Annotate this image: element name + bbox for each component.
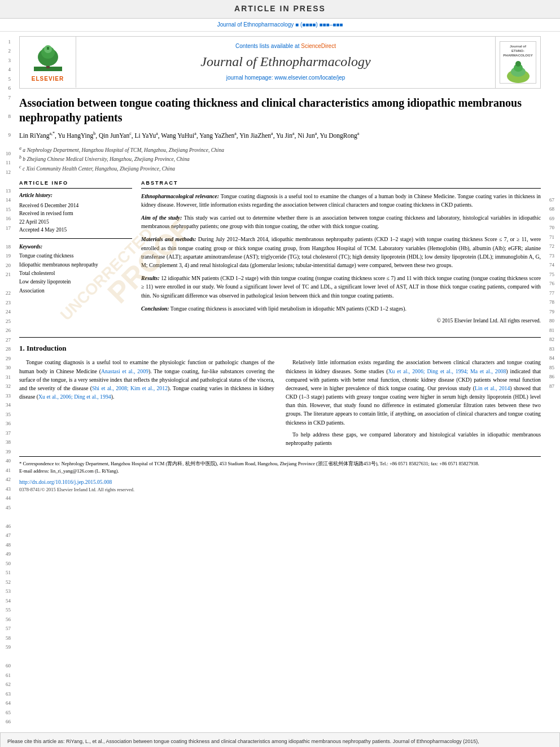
authors: Lin RiYanga,*, Yu HangYingb, Qin JunYanc… (19, 130, 541, 141)
line-numbers-left: 12345 67 8 9 101112 13141516 17 181920 2… (0, 32, 12, 727)
article-title: Association between tongue coating thick… (19, 95, 541, 125)
affiliation-b: b b Zhejiang Chinese Medical University,… (19, 154, 541, 163)
abstract-results: Results: 12 idiopathic MN patients (CKD … (141, 274, 541, 300)
abstract-conclusion: Conclusion: Tongue coating thickness is … (141, 304, 541, 313)
journal-header: ELSEVIER Contents lists available at Sci… (19, 36, 541, 89)
affiliation-c: c c Xixi Community Health Center, Hangzh… (19, 164, 541, 173)
keyword-5: Association (19, 287, 132, 295)
footnote-doi[interactable]: http://dx.doi.org/10.1016/j.jep.2015.05.… (19, 478, 541, 486)
keyword-2: Idiopathic membranous nephropathy (19, 261, 132, 269)
elsevier-tree-icon (31, 41, 65, 75)
abstract-column: ABSTRACT Ethnopharmacological relevance:… (141, 180, 541, 325)
abstract-materials: Materials and methods: During July 2012–… (141, 235, 541, 269)
journal-logo-right: Journal ofETHNO-PHARMACOLOGY (495, 37, 540, 88)
introduction-section: 1. Introduction Tongue coating diagnosis… (19, 343, 541, 451)
citation-bar: Please cite this article as: RiYang, L.,… (0, 732, 560, 747)
journal-center: Contents lists available at ScienceDirec… (76, 37, 495, 88)
footnote-issn: 0378-8741/© 2015 Elsevier Ireland Ltd. A… (19, 486, 541, 493)
journal-logo-box: Journal ofETHNO-PHARMACOLOGY (500, 41, 536, 84)
svg-point-9 (515, 61, 521, 67)
journal-ref-line: Journal of Ethnopharmacology ■ (■■■■) ■■… (0, 19, 560, 32)
article-in-press-banner: ARTICLE IN PRESS (0, 0, 560, 19)
svg-rect-5 (47, 47, 49, 50)
intro-para2: Relatively little information exists reg… (286, 358, 541, 426)
copyright: © 2015 Elsevier Ireland Ltd. All rights … (141, 317, 541, 325)
affiliation-a: a a Nephrology Department, Hangzhou Hosp… (19, 145, 541, 154)
journal-homepage: journal homepage: www.elsevier.com/locat… (82, 74, 489, 82)
main-divider (19, 337, 541, 338)
keyword-4: Low density lipoprotein (19, 278, 132, 286)
elsevier-text: ELSEVIER (32, 75, 64, 83)
article-info-column: ARTICLE INFO Article history: Received 6… (19, 180, 132, 325)
abstract-aim: Aim of the study: This study was carried… (141, 213, 541, 230)
keyword-1: Tongue coating thickness (19, 252, 132, 260)
line-numbers-right: 6768697071 7273747576 7778798081 8283848… (548, 32, 560, 727)
article-info-abstract: ARTICLE INFO Article history: Received 6… (19, 180, 541, 325)
intro-right-col: Relatively little information exists reg… (286, 358, 541, 451)
intro-para3: To help address these gaps, we compared … (286, 430, 541, 447)
intro-body: Tongue coating diagnosis is a useful too… (19, 358, 541, 451)
citation-text: Please cite this article as: RiYang, L.,… (7, 739, 479, 744)
journal-ref-text: Journal of Ethnopharmacology ■ (■■■■) ■■… (217, 21, 343, 28)
article-history-label: Article history: (19, 192, 132, 199)
intro-para1: Tongue coating diagnosis is a useful too… (19, 358, 274, 401)
keyword-3: Total cholesterol (19, 270, 132, 277)
elsevier-logo: ELSEVIER (20, 37, 76, 88)
footnote-area: * Correspondence to: Nephrology Departme… (19, 456, 541, 493)
footnote-email: E-mail address: lin_ri_yang@126.com (L. … (19, 468, 541, 475)
affiliations: a a Nephrology Department, Hangzhou Hosp… (19, 145, 541, 173)
intro-left-col: Tongue coating diagnosis is a useful too… (19, 358, 274, 451)
abstract-header: ABSTRACT (141, 180, 541, 189)
article-body: PROOF UNCORRECTED ARTICLE INFO Article h… (19, 180, 541, 331)
abstract-ethnopharm: Ethnopharmacological relevance: Tongue c… (141, 192, 541, 209)
footnote-correspondence: * Correspondence to: Nephrology Departme… (19, 460, 541, 468)
banner-text: ARTICLE IN PRESS (234, 4, 326, 13)
article-history-text: Received 6 December 2014 Received in rev… (19, 202, 132, 234)
journal-title: Journal of Ethnopharmacology (82, 53, 489, 72)
intro-title: 1. Introduction (19, 343, 541, 353)
keywords-label: Keywords: (19, 243, 132, 251)
sciencedirect-line: Contents lists available at ScienceDirec… (82, 42, 489, 50)
info-divider (19, 238, 132, 239)
article-info-header: ARTICLE INFO (19, 180, 132, 189)
main-content: ELSEVIER Contents lists available at Sci… (12, 32, 548, 727)
